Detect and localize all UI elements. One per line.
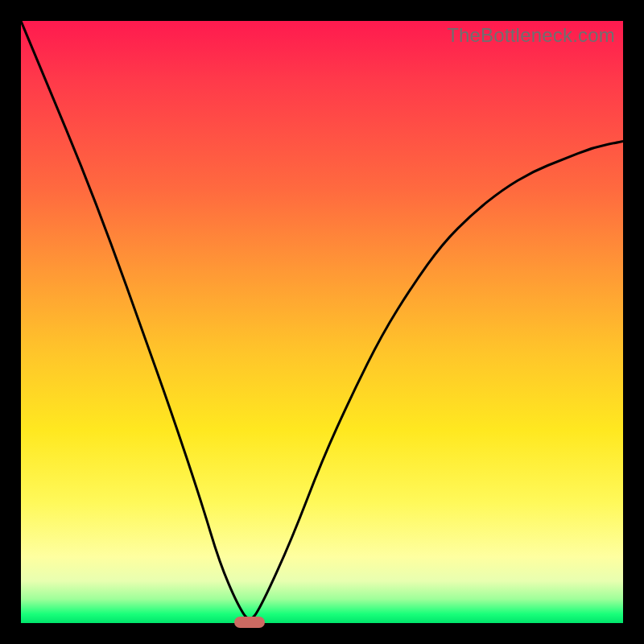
watermark-text: TheBottleneck.com [447,24,615,47]
optimal-marker [234,617,265,628]
chart-frame: TheBottleneck.com [0,0,644,644]
plot-area: TheBottleneck.com [21,21,623,623]
bottleneck-curve [21,21,623,623]
curve-path [21,21,623,618]
